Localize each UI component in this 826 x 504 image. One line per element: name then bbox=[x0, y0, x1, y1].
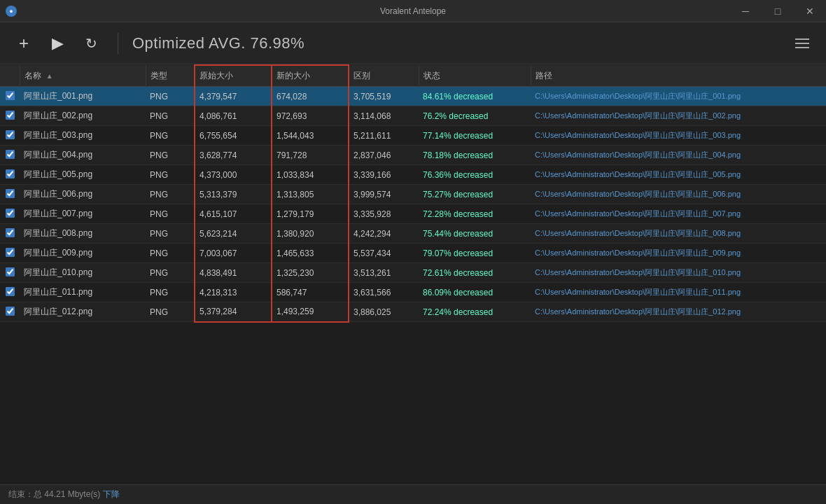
row-status: 76.36% decreased bbox=[419, 165, 531, 185]
row-checkbox-cell bbox=[0, 263, 20, 283]
row-new-size: 791,728 bbox=[272, 146, 349, 165]
row-checkbox-cell bbox=[0, 165, 20, 185]
col-header-name[interactable]: 名称 ▲ bbox=[20, 65, 146, 87]
row-path: C:\Users\Administrator\Desktop\阿里山庄\阿里山庄… bbox=[531, 185, 826, 204]
toolbar: + ▶ ↻ Optimized AVG. 76.98% bbox=[0, 22, 826, 64]
table-row[interactable]: 阿里山庄_001.pngPNG4,379,547674,0283,705,519… bbox=[0, 87, 826, 106]
row-checkbox[interactable] bbox=[6, 248, 15, 257]
table-row[interactable]: 阿里山庄_007.pngPNG4,615,1071,279,1793,335,9… bbox=[0, 204, 826, 224]
status-link[interactable]: 下降 bbox=[103, 489, 120, 500]
table-row[interactable]: 阿里山庄_011.pngPNG4,218,313586,7473,631,566… bbox=[0, 283, 826, 302]
row-orig-size: 6,755,654 bbox=[195, 126, 272, 146]
row-orig-size: 5,623,214 bbox=[195, 224, 272, 244]
row-checkbox[interactable] bbox=[6, 267, 15, 276]
col-header-path: 路径 bbox=[531, 65, 826, 87]
row-checkbox-cell bbox=[0, 146, 20, 165]
row-orig-size: 4,086,761 bbox=[195, 106, 272, 126]
table-row[interactable]: 阿里山庄_012.pngPNG5,379,2841,493,2593,886,0… bbox=[0, 302, 826, 322]
row-checkbox[interactable] bbox=[6, 228, 15, 237]
row-checkbox-cell bbox=[0, 244, 20, 263]
row-diff: 3,513,261 bbox=[349, 263, 419, 283]
row-type: PNG bbox=[146, 224, 195, 244]
row-new-size: 1,465,633 bbox=[272, 244, 349, 263]
minimize-button[interactable]: ─ bbox=[729, 0, 762, 22]
close-button[interactable]: ✕ bbox=[794, 0, 826, 22]
row-checkbox-cell bbox=[0, 126, 20, 146]
table-row[interactable]: 阿里山庄_003.pngPNG6,755,6541,544,0435,211,6… bbox=[0, 126, 826, 146]
row-path: C:\Users\Administrator\Desktop\阿里山庄\阿里山庄… bbox=[531, 283, 826, 302]
row-name: 阿里山庄_010.png bbox=[20, 263, 146, 283]
row-type: PNG bbox=[146, 263, 195, 283]
table-row[interactable]: 阿里山庄_009.pngPNG7,003,0671,465,6335,537,4… bbox=[0, 244, 826, 263]
row-path: C:\Users\Administrator\Desktop\阿里山庄\阿里山庄… bbox=[531, 87, 826, 106]
row-path: C:\Users\Administrator\Desktop\阿里山庄\阿里山庄… bbox=[531, 204, 826, 224]
row-checkbox[interactable] bbox=[6, 307, 15, 316]
row-path: C:\Users\Administrator\Desktop\阿里山庄\阿里山庄… bbox=[531, 146, 826, 165]
table-row[interactable]: 阿里山庄_008.pngPNG5,623,2141,380,9204,242,2… bbox=[0, 224, 826, 244]
table-row[interactable]: 阿里山庄_002.pngPNG4,086,761972,6933,114,068… bbox=[0, 106, 826, 126]
row-type: PNG bbox=[146, 302, 195, 322]
row-diff: 5,211,611 bbox=[349, 126, 419, 146]
col-header-new: 新的大小 bbox=[272, 65, 349, 87]
add-button[interactable]: + bbox=[11, 31, 36, 56]
row-checkbox-cell bbox=[0, 204, 20, 224]
row-name: 阿里山庄_004.png bbox=[20, 146, 146, 165]
row-checkbox-cell bbox=[0, 283, 20, 302]
row-status: 84.61% decreased bbox=[419, 87, 531, 106]
row-path: C:\Users\Administrator\Desktop\阿里山庄\阿里山庄… bbox=[531, 302, 826, 322]
row-orig-size: 5,313,379 bbox=[195, 185, 272, 204]
row-name: 阿里山庄_007.png bbox=[20, 204, 146, 224]
row-checkbox[interactable] bbox=[6, 287, 15, 296]
row-name: 阿里山庄_006.png bbox=[20, 185, 146, 204]
row-checkbox[interactable] bbox=[6, 189, 15, 198]
row-orig-size: 4,838,491 bbox=[195, 263, 272, 283]
maximize-button[interactable]: □ bbox=[762, 0, 794, 22]
refresh-button[interactable]: ↻ bbox=[78, 31, 104, 56]
play-button[interactable]: ▶ bbox=[45, 31, 70, 56]
row-checkbox[interactable] bbox=[6, 209, 15, 218]
col-header-status: 状态 bbox=[419, 65, 531, 87]
menu-line-3 bbox=[795, 47, 809, 48]
row-type: PNG bbox=[146, 87, 195, 106]
row-new-size: 586,747 bbox=[272, 283, 349, 302]
row-checkbox[interactable] bbox=[6, 169, 15, 178]
app-icon: ● bbox=[6, 6, 17, 17]
table-row[interactable]: 阿里山庄_004.pngPNG3,628,774791,7282,837,046… bbox=[0, 146, 826, 165]
row-new-size: 674,028 bbox=[272, 87, 349, 106]
row-name: 阿里山庄_011.png bbox=[20, 283, 146, 302]
row-diff: 5,537,434 bbox=[349, 244, 419, 263]
row-checkbox-cell bbox=[0, 106, 20, 126]
files-table: 名称 ▲ 类型 原始大小 新的大小 区别 状态 路径 阿里山庄_001.pngP… bbox=[0, 64, 826, 323]
row-checkbox-cell bbox=[0, 185, 20, 204]
row-checkbox[interactable] bbox=[6, 150, 15, 159]
row-new-size: 1,313,805 bbox=[272, 185, 349, 204]
row-checkbox[interactable] bbox=[6, 91, 15, 100]
row-diff: 3,705,519 bbox=[349, 87, 419, 106]
table-row[interactable]: 阿里山庄_006.pngPNG5,313,3791,313,8053,999,5… bbox=[0, 185, 826, 204]
row-path: C:\Users\Administrator\Desktop\阿里山庄\阿里山庄… bbox=[531, 126, 826, 146]
table-scroll[interactable]: 名称 ▲ 类型 原始大小 新的大小 区别 状态 路径 阿里山庄_001.pngP… bbox=[0, 64, 826, 484]
row-diff: 3,335,928 bbox=[349, 204, 419, 224]
row-orig-size: 3,628,774 bbox=[195, 146, 272, 165]
row-checkbox-cell bbox=[0, 302, 20, 322]
row-checkbox[interactable] bbox=[6, 111, 15, 120]
row-new-size: 1,325,230 bbox=[272, 263, 349, 283]
menu-button[interactable] bbox=[790, 31, 815, 56]
menu-line-2 bbox=[795, 43, 809, 44]
table-row[interactable]: 阿里山庄_010.pngPNG4,838,4911,325,2303,513,2… bbox=[0, 263, 826, 283]
toolbar-title: Optimized AVG. 76.98% bbox=[132, 34, 304, 52]
window-title: Voralent Antelope bbox=[380, 6, 446, 16]
row-diff: 3,886,025 bbox=[349, 302, 419, 322]
row-new-size: 1,544,043 bbox=[272, 126, 349, 146]
row-name: 阿里山庄_001.png bbox=[20, 87, 146, 106]
row-orig-size: 4,373,000 bbox=[195, 165, 272, 185]
row-type: PNG bbox=[146, 165, 195, 185]
table-body: 阿里山庄_001.pngPNG4,379,547674,0283,705,519… bbox=[0, 87, 826, 322]
row-name: 阿里山庄_012.png bbox=[20, 302, 146, 322]
row-checkbox[interactable] bbox=[6, 130, 15, 139]
row-new-size: 1,380,920 bbox=[272, 224, 349, 244]
table-row[interactable]: 阿里山庄_005.pngPNG4,373,0001,033,8343,339,1… bbox=[0, 165, 826, 185]
row-new-size: 972,693 bbox=[272, 106, 349, 126]
row-type: PNG bbox=[146, 244, 195, 263]
col-header-diff: 区别 bbox=[349, 65, 419, 87]
